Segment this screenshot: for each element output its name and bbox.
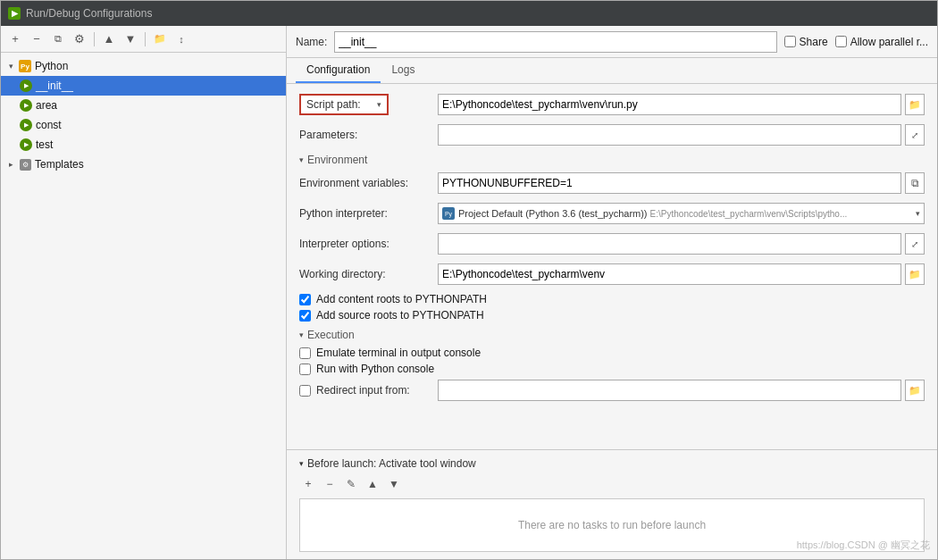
tree-item-init[interactable]: ▶ __init__ bbox=[1, 76, 286, 96]
move-down-button[interactable]: ▼ bbox=[121, 30, 139, 48]
working-dir-folder-btn[interactable]: 📁 bbox=[905, 263, 925, 285]
launch-move-up-btn[interactable]: ▲ bbox=[364, 475, 381, 493]
interp-options-input[interactable] bbox=[438, 233, 901, 255]
watermark: https://blog.CSDN @ 幽冥之花 bbox=[797, 539, 930, 552]
redirect-input-row: Redirect input from: 📁 bbox=[299, 379, 925, 402]
emulate-terminal-row: Emulate terminal in output console bbox=[299, 347, 925, 359]
python-interp-value: Py Project Default (Python 3.6 (test_pyc… bbox=[438, 203, 925, 224]
env-vars-copy-btn[interactable]: ⧉ bbox=[905, 172, 925, 194]
launch-empty-message: There are no tasks to run before launch bbox=[518, 519, 706, 531]
python-interp-label: Python interpreter: bbox=[299, 207, 438, 220]
script-path-label: Script path: ▾ bbox=[299, 94, 438, 115]
parameters-label: Parameters: bbox=[299, 129, 438, 141]
script-path-input[interactable] bbox=[438, 94, 901, 115]
remove-button[interactable]: − bbox=[28, 30, 46, 48]
python-interp-row: Python interpreter: Py Project Default (… bbox=[299, 202, 925, 225]
python-icon: Py bbox=[19, 60, 31, 72]
script-path-row: Script path: ▾ 📁 bbox=[299, 93, 925, 116]
init-run-icon: ▶ bbox=[19, 79, 33, 93]
tree-group-python[interactable]: Py Python bbox=[1, 56, 286, 76]
env-vars-row: Environment variables: ⧉ bbox=[299, 171, 925, 195]
exec-chevron-icon: ▾ bbox=[299, 330, 304, 339]
python-group-label: Python bbox=[35, 60, 68, 72]
script-path-dropdown[interactable]: Script path: ▾ bbox=[299, 94, 389, 115]
launch-edit-btn[interactable]: ✎ bbox=[342, 475, 360, 493]
redirect-input-input[interactable] bbox=[438, 380, 901, 401]
before-launch-header: ▾ Before launch: Activate tool window bbox=[299, 457, 925, 470]
run-indicator-test: ▶ bbox=[20, 138, 32, 151]
emulate-terminal-label: Emulate terminal in output console bbox=[316, 347, 481, 359]
env-chevron-icon: ▾ bbox=[299, 155, 304, 164]
tree-item-const[interactable]: ▶ const bbox=[1, 115, 286, 135]
share-checkbox-label: Share bbox=[784, 36, 828, 48]
tree-item-test[interactable]: ▶ test bbox=[1, 135, 286, 155]
app-icon: ▶ bbox=[8, 7, 21, 20]
area-run-icon: ▶ bbox=[19, 98, 33, 113]
share-checkbox[interactable] bbox=[784, 36, 796, 47]
parameters-expand-btn[interactable]: ⤢ bbox=[905, 124, 925, 146]
templates-chevron bbox=[6, 160, 15, 169]
add-content-roots-label: Add content roots to PYTHONPATH bbox=[316, 293, 487, 305]
run-python-console-label: Run with Python console bbox=[316, 363, 434, 375]
parameters-input[interactable] bbox=[438, 124, 901, 146]
run-indicator: ▶ bbox=[20, 79, 32, 92]
left-toolbar: + − ⧉ ⚙ ▲ ▼ 📁 ↕ bbox=[1, 26, 286, 53]
name-input[interactable] bbox=[334, 31, 776, 53]
title-bar: ▶ Run/Debug Configurations bbox=[1, 1, 937, 26]
redirect-input-label-wrap: Redirect input from: bbox=[299, 384, 438, 397]
environment-section-header: ▾ Environment bbox=[299, 154, 925, 166]
interp-options-value: ⤢ bbox=[438, 233, 925, 255]
emulate-terminal-checkbox[interactable] bbox=[299, 347, 311, 359]
add-source-roots-label: Add source roots to PYTHONPATH bbox=[316, 309, 484, 322]
redirect-input-checkbox[interactable] bbox=[299, 385, 311, 397]
interp-py-icon: Py bbox=[442, 207, 455, 220]
allow-parallel-label: Allow parallel r... bbox=[835, 36, 928, 48]
launch-move-down-btn[interactable]: ▼ bbox=[385, 475, 403, 493]
templates-label: Templates bbox=[35, 158, 84, 171]
copy-button[interactable]: ⧉ bbox=[49, 30, 67, 48]
run-python-console-checkbox[interactable] bbox=[299, 364, 311, 375]
script-path-folder-btn[interactable]: 📁 bbox=[905, 94, 925, 115]
redirect-input-label: Redirect input from: bbox=[316, 384, 410, 397]
python-group-icon: Py bbox=[18, 59, 32, 73]
redirect-input-folder-btn[interactable]: 📁 bbox=[905, 380, 925, 401]
interp-options-row: Interpreter options: ⤢ bbox=[299, 232, 925, 255]
parameters-value: ⤢ bbox=[438, 124, 925, 146]
script-path-btn-label: Script path: bbox=[306, 98, 361, 111]
interp-dropdown-arrow: ▾ bbox=[916, 209, 920, 218]
script-path-value: 📁 bbox=[438, 94, 925, 115]
folder-button[interactable]: 📁 bbox=[151, 30, 169, 48]
tree-item-init-label: __init__ bbox=[36, 79, 73, 92]
add-content-roots-checkbox[interactable] bbox=[299, 294, 311, 305]
move-up-button[interactable]: ▲ bbox=[100, 30, 118, 48]
working-dir-input[interactable] bbox=[438, 263, 901, 285]
interp-options-expand[interactable]: ⤢ bbox=[905, 233, 925, 255]
launch-toolbar: + − ✎ ▲ ▼ bbox=[299, 475, 925, 493]
tree-item-const-label: const bbox=[36, 119, 62, 131]
run-python-console-row: Run with Python console bbox=[299, 363, 925, 375]
add-button[interactable]: + bbox=[6, 30, 24, 48]
env-vars-input[interactable] bbox=[438, 172, 901, 194]
sort-button[interactable]: ↕ bbox=[172, 30, 190, 48]
test-run-icon: ▶ bbox=[19, 138, 33, 152]
execution-label: Execution bbox=[307, 329, 355, 341]
add-source-roots-checkbox[interactable] bbox=[299, 310, 311, 322]
name-field-label: Name: bbox=[296, 36, 327, 48]
tab-configuration[interactable]: Configuration bbox=[296, 58, 381, 83]
share-label: Share bbox=[800, 36, 828, 48]
launch-add-btn[interactable]: + bbox=[299, 475, 317, 493]
interpreter-select[interactable]: Py Project Default (Python 3.6 (test_pyc… bbox=[438, 203, 925, 224]
tab-logs[interactable]: Logs bbox=[381, 58, 425, 83]
name-bar: Name: Share Allow parallel r... bbox=[287, 26, 937, 58]
execution-section-header: ▾ Execution bbox=[299, 329, 925, 341]
settings-button[interactable]: ⚙ bbox=[71, 30, 88, 48]
parameters-row: Parameters: ⤢ bbox=[299, 123, 925, 146]
python-chevron bbox=[6, 62, 15, 71]
tree-item-templates[interactable]: ⚙ Templates bbox=[1, 155, 286, 174]
allow-parallel-checkbox[interactable] bbox=[835, 36, 847, 47]
launch-remove-btn[interactable]: − bbox=[321, 475, 339, 493]
tree-item-area[interactable]: ▶ area bbox=[1, 96, 286, 115]
working-dir-value: 📁 bbox=[438, 263, 925, 285]
before-launch-chevron: ▾ bbox=[299, 459, 304, 468]
environment-label: Environment bbox=[307, 154, 367, 166]
